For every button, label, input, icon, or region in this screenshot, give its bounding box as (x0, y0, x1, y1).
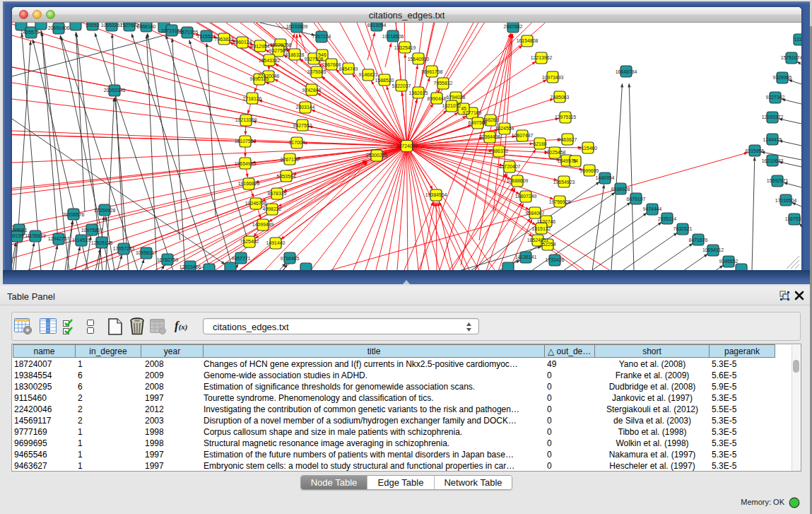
svg-text:7963822: 7963822 (215, 37, 234, 42)
svg-text:1527602: 1527602 (120, 23, 139, 28)
svg-text:9327508: 9327508 (305, 57, 324, 62)
svg-text:19654985: 19654985 (235, 161, 257, 166)
svg-text:3624554: 3624554 (495, 126, 514, 131)
svg-text:12505135: 12505135 (91, 240, 113, 245)
svg-text:11156819: 11156819 (25, 233, 46, 238)
svg-text:9457771: 9457771 (232, 256, 251, 261)
svg-text:1244415: 1244415 (763, 137, 782, 142)
svg-text:9084067: 9084067 (526, 211, 545, 216)
svg-text:8186328: 8186328 (286, 52, 305, 57)
svg-text:2718126: 2718126 (243, 96, 262, 101)
svg-text:8471676: 8471676 (689, 238, 708, 243)
svg-text:1733426: 1733426 (546, 257, 565, 262)
svg-text:1167533: 1167533 (785, 216, 801, 221)
svg-text:1621072: 1621072 (442, 103, 461, 108)
svg-text:12093372: 12093372 (762, 115, 784, 119)
svg-text:8454749: 8454749 (339, 66, 358, 71)
svg-text:18724007: 18724007 (396, 144, 418, 148)
svg-text:14055714: 14055714 (20, 30, 42, 35)
svg-text:94: 94 (572, 158, 578, 163)
svg-text:19218506: 19218506 (382, 34, 404, 39)
svg-text:252254: 252254 (540, 242, 556, 247)
svg-text:3267130: 3267130 (281, 157, 300, 162)
svg-text:25300295: 25300295 (366, 153, 388, 158)
svg-text:2867608: 2867608 (322, 62, 341, 67)
svg-text:10958117: 10958117 (136, 250, 157, 255)
svg-text:7625402: 7625402 (240, 239, 259, 244)
svg-text:12213369: 12213369 (235, 117, 257, 122)
svg-text:9890185: 9890185 (250, 76, 269, 81)
svg-text:935081: 935081 (12, 228, 28, 233)
svg-text:1120746: 1120746 (537, 219, 555, 224)
svg-text:10688609: 10688609 (507, 178, 529, 183)
svg-text:9242848: 9242848 (302, 88, 322, 93)
svg-text:9474444: 9474444 (643, 206, 662, 211)
svg-text:7632621: 7632621 (673, 226, 693, 231)
svg-text:9245652: 9245652 (719, 259, 739, 264)
svg-text:1491440: 1491440 (266, 240, 286, 245)
svg-text:6466160: 6466160 (137, 24, 156, 29)
svg-text:15751074: 15751074 (781, 55, 801, 60)
svg-text:14136141: 14136141 (515, 255, 537, 259)
svg-text:16671355: 16671355 (177, 30, 199, 35)
svg-text:5322037: 5322037 (392, 83, 411, 88)
svg-text:1615132: 1615132 (532, 226, 551, 231)
svg-text:19756928: 19756928 (549, 199, 571, 204)
svg-text:1114519: 1114519 (72, 238, 90, 243)
svg-text:5353594: 5353594 (277, 174, 296, 179)
svg-text:62160: 62160 (533, 141, 546, 146)
svg-text:9115460: 9115460 (579, 146, 597, 151)
svg-text:9716485: 9716485 (281, 256, 300, 261)
svg-text:10975867: 10975867 (81, 228, 103, 233)
svg-text:7485063: 7485063 (551, 95, 570, 100)
svg-text:8813054: 8813054 (367, 23, 387, 28)
svg-text:8678315: 8678315 (268, 191, 287, 196)
svg-text:15640910: 15640910 (408, 57, 430, 62)
svg-text:10025458: 10025458 (544, 150, 566, 155)
svg-text:19166825: 19166825 (238, 181, 260, 186)
svg-text:7515526: 7515526 (197, 34, 216, 39)
svg-text:15720407: 15720407 (499, 164, 521, 169)
svg-text:16648784: 16648784 (616, 69, 637, 74)
svg-text:20053: 20053 (86, 23, 99, 28)
svg-text:10046798: 10046798 (245, 201, 267, 206)
svg-text:17016504: 17016504 (775, 198, 797, 203)
svg-text:20053346: 20053346 (104, 88, 126, 93)
svg-text:9699695: 9699695 (580, 168, 599, 173)
svg-text:6794028: 6794028 (447, 95, 466, 100)
svg-text:7357224: 7357224 (312, 34, 331, 39)
svg-text:19384554: 19384554 (425, 192, 447, 197)
svg-text:17359928: 17359928 (94, 208, 116, 213)
svg-text:9427552: 9427552 (293, 123, 312, 128)
svg-text:2935114: 2935114 (658, 216, 676, 221)
svg-text:4998222: 4998222 (263, 206, 282, 211)
svg-text:1362615: 1362615 (409, 90, 428, 95)
svg-text:20364436: 20364436 (479, 134, 501, 139)
svg-text:6679197: 6679197 (627, 197, 646, 201)
svg-text:546: 546 (318, 52, 326, 57)
svg-text:8960124: 8960124 (233, 40, 252, 45)
svg-text:2803144: 2803144 (296, 105, 315, 110)
svg-text:18807249: 18807249 (515, 194, 537, 199)
svg-text:15226058: 15226058 (270, 42, 292, 47)
svg-text:17957223: 17957223 (113, 246, 135, 251)
svg-text:16107554: 16107554 (235, 139, 257, 144)
svg-text:9146821: 9146821 (359, 72, 378, 77)
svg-text:8938928: 8938928 (611, 187, 630, 192)
svg-text:8990448: 8990448 (428, 96, 447, 101)
svg-text:746266: 746266 (483, 117, 499, 122)
svg-text:20206576: 20206576 (63, 212, 85, 217)
svg-text:1440954: 1440954 (596, 175, 615, 180)
svg-text:10973493: 10973493 (542, 75, 564, 80)
svg-text:12942757: 12942757 (48, 236, 70, 241)
svg-text:16154808: 16154808 (517, 38, 539, 43)
svg-text:20691406: 20691406 (48, 25, 70, 30)
svg-text:1588520: 1588520 (375, 78, 394, 83)
svg-text:9463627: 9463627 (558, 137, 577, 142)
svg-text:19654923: 19654923 (553, 180, 575, 185)
svg-text:12213962: 12213962 (531, 55, 553, 60)
svg-text:16210643: 16210643 (762, 158, 784, 163)
svg-text:15692971: 15692971 (767, 178, 789, 183)
svg-text:39159: 39159 (12, 233, 24, 238)
svg-text:8215955: 8215955 (746, 148, 765, 153)
